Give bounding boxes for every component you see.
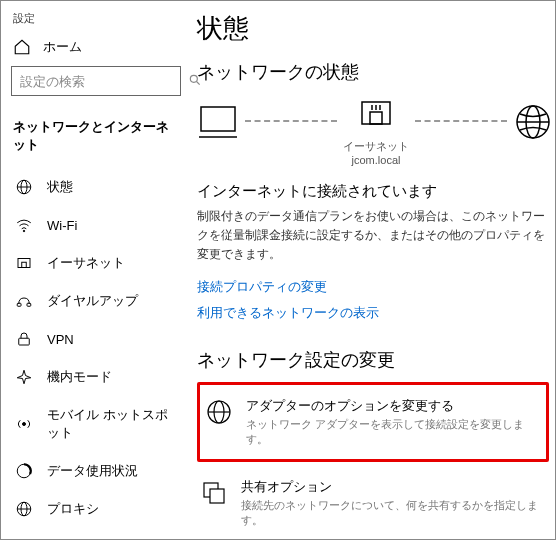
page-title: 状態 bbox=[197, 11, 553, 46]
link-available-networks[interactable]: 利用できるネットワークの表示 bbox=[197, 304, 553, 322]
setting-desc: ネットワーク アダプターを表示して接続設定を変更します。 bbox=[246, 417, 540, 447]
nav-wifi[interactable]: Wi-Fi bbox=[1, 206, 191, 244]
ethernet-icon bbox=[15, 254, 33, 272]
network-status-title: ネットワークの状態 bbox=[197, 60, 553, 84]
nav-proxy[interactable]: プロキシ bbox=[1, 490, 191, 528]
nav-label: イーサネット bbox=[47, 254, 125, 272]
home-icon bbox=[13, 38, 31, 56]
svg-rect-19 bbox=[370, 112, 382, 124]
svg-rect-7 bbox=[22, 262, 27, 267]
nav-label: ダイヤルアップ bbox=[47, 292, 138, 310]
hotspot-icon bbox=[15, 415, 33, 433]
nav-label: 機内モード bbox=[47, 368, 112, 386]
wifi-icon bbox=[15, 216, 33, 234]
highlight-box: アダプターのオプションを変更する ネットワーク アダプターを表示して接続設定を変… bbox=[197, 382, 549, 462]
connected-desc: 制限付きのデータ通信プランをお使いの場合は、このネットワークを従量制課金接続に設… bbox=[197, 207, 553, 265]
computer-icon bbox=[197, 103, 239, 144]
setting-troubleshoot[interactable]: ネットワークのトラブルシューティング ツール ネットワークの問題を診断し、解決し… bbox=[197, 538, 553, 539]
adapter-icon bbox=[206, 399, 232, 425]
diagram-middle-label: イーサネット bbox=[343, 139, 409, 153]
svg-rect-10 bbox=[19, 338, 30, 345]
nav-vpn[interactable]: VPN bbox=[1, 320, 191, 358]
svg-rect-6 bbox=[18, 259, 30, 268]
section-title: ネットワークとインターネット bbox=[1, 114, 191, 168]
ethernet-port-icon bbox=[358, 98, 394, 135]
change-settings-title: ネットワーク設定の変更 bbox=[197, 348, 553, 372]
network-diagram: イーサネット jcom.local bbox=[197, 98, 553, 168]
sidebar: 設定 ホーム ネットワークとインターネット 状態 Wi-Fi bbox=[1, 1, 191, 539]
svg-rect-30 bbox=[210, 489, 224, 503]
nav-hotspot[interactable]: モバイル ホットスポット bbox=[1, 396, 191, 452]
nav-label: プロキシ bbox=[47, 500, 99, 518]
connected-text: インターネットに接続されています bbox=[197, 182, 553, 201]
app-title: 設定 bbox=[1, 9, 191, 32]
nav-status[interactable]: 状態 bbox=[1, 168, 191, 206]
nav-data-usage[interactable]: データ使用状況 bbox=[1, 452, 191, 490]
nav-ethernet[interactable]: イーサネット bbox=[1, 244, 191, 282]
globe-icon bbox=[15, 178, 33, 196]
connection-line bbox=[245, 120, 337, 122]
svg-point-5 bbox=[23, 230, 25, 232]
dialup-icon bbox=[15, 292, 33, 310]
nav-label: Wi-Fi bbox=[47, 218, 77, 233]
nav-label: データ使用状況 bbox=[47, 462, 138, 480]
nav-label: モバイル ホットスポット bbox=[47, 406, 177, 442]
sharing-icon bbox=[201, 480, 227, 506]
nav-airplane[interactable]: 機内モード bbox=[1, 358, 191, 396]
svg-rect-9 bbox=[27, 303, 31, 306]
globe-large-icon bbox=[513, 102, 553, 145]
setting-adapter-options[interactable]: アダプターのオプションを変更する ネットワーク アダプターを表示して接続設定を変… bbox=[202, 387, 544, 457]
nav-label: 状態 bbox=[47, 178, 73, 196]
data-usage-icon bbox=[15, 462, 33, 480]
home-label: ホーム bbox=[43, 38, 82, 56]
proxy-icon bbox=[15, 500, 33, 518]
nav-label: VPN bbox=[47, 332, 74, 347]
setting-desc: 接続先のネットワークについて、何を共有するかを指定します。 bbox=[241, 498, 549, 528]
connection-line bbox=[415, 120, 507, 122]
setting-sharing-options[interactable]: 共有オプション 接続先のネットワークについて、何を共有するかを指定します。 bbox=[197, 468, 553, 538]
main-content: 状態 ネットワークの状態 イーサネット jcom.local bbox=[191, 1, 555, 539]
svg-rect-16 bbox=[201, 107, 235, 131]
diagram-middle-sub: jcom.local bbox=[343, 153, 409, 167]
search-box[interactable] bbox=[11, 66, 181, 96]
setting-title: 共有オプション bbox=[241, 478, 549, 496]
svg-rect-8 bbox=[17, 303, 21, 306]
airplane-icon bbox=[15, 368, 33, 386]
nav-dialup[interactable]: ダイヤルアップ bbox=[1, 282, 191, 320]
svg-point-11 bbox=[23, 423, 26, 426]
search-input[interactable] bbox=[20, 74, 188, 89]
link-connection-properties[interactable]: 接続プロパティの変更 bbox=[197, 278, 553, 296]
vpn-icon bbox=[15, 330, 33, 348]
home-button[interactable]: ホーム bbox=[1, 32, 191, 66]
setting-title: アダプターのオプションを変更する bbox=[246, 397, 540, 415]
